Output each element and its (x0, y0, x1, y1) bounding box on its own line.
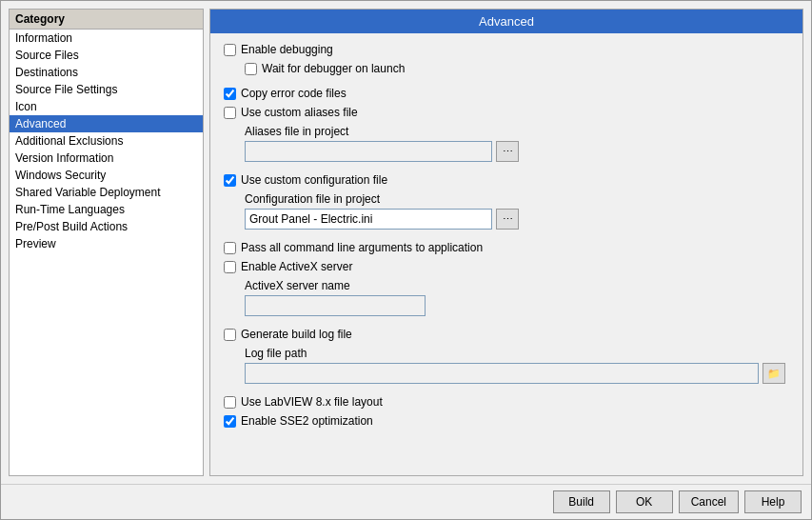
use-custom-aliases-row: Use custom aliases file (224, 106, 789, 119)
main-content-panel: Advanced Enable debugging Wait for debug… (209, 9, 803, 476)
enable-sse2-checkbox[interactable] (224, 415, 236, 428)
generate-build-log-text: Generate build log file (241, 328, 352, 341)
pass-cmd-args-checkbox[interactable] (224, 242, 236, 254)
use-custom-config-text: Use custom configuration file (241, 173, 387, 187)
sidebar-item-run-time-languages[interactable]: Run-Time Languages (10, 201, 203, 218)
aliases-file-label: Aliases file in project (245, 125, 789, 138)
sidebar-item-information[interactable]: Information (10, 30, 203, 47)
sidebar-item-advanced[interactable]: Advanced (10, 115, 203, 132)
enable-debugging-label[interactable]: Enable debugging (224, 43, 333, 56)
pass-cmd-args-text: Pass all command line arguments to appli… (241, 241, 483, 254)
copy-error-label[interactable]: Copy error code files (224, 87, 347, 100)
sidebar-item-icon[interactable]: Icon (10, 98, 203, 115)
use-custom-aliases-label[interactable]: Use custom aliases file (224, 106, 358, 119)
sidebar-item-version-information[interactable]: Version Information (10, 150, 203, 167)
use-custom-config-label[interactable]: Use custom configuration file (224, 173, 387, 187)
activex-server-input-row (245, 295, 789, 316)
folder-icon (767, 368, 781, 380)
use-custom-aliases-checkbox[interactable] (224, 107, 236, 119)
config-browse-dots-icon: ⋯ (503, 213, 513, 226)
enable-debugging-text: Enable debugging (241, 43, 333, 56)
pass-cmd-args-label[interactable]: Pass all command line arguments to appli… (224, 241, 483, 254)
enable-debugging-checkbox[interactable] (224, 44, 236, 56)
enable-activex-row: Enable ActiveX server (224, 260, 789, 273)
enable-activex-label[interactable]: Enable ActiveX server (224, 260, 352, 273)
enable-activex-checkbox[interactable] (224, 261, 236, 273)
wait-for-debugger-label[interactable]: Wait for debugger on launch (245, 62, 405, 75)
wait-for-debugger-text: Wait for debugger on launch (262, 62, 405, 75)
enable-sse2-row: Enable SSE2 optimization (224, 414, 789, 428)
cancel-button[interactable]: Cancel (679, 490, 739, 513)
wait-for-debugger-row: Wait for debugger on launch (245, 62, 789, 75)
ok-button[interactable]: OK (616, 490, 673, 513)
enable-debugging-row: Enable debugging (224, 43, 789, 56)
aliases-file-browse-button[interactable]: ⋯ (496, 141, 519, 162)
enable-sse2-text: Enable SSE2 optimization (241, 414, 373, 428)
use-labview-label[interactable]: Use LabVIEW 8.x file layout (224, 395, 383, 409)
sidebar-item-destinations[interactable]: Destinations (10, 64, 203, 81)
sidebar-item-windows-security[interactable]: Windows Security (10, 167, 203, 184)
activex-server-input[interactable] (245, 295, 426, 316)
content-body: Enable debugging Wait for debugger on la… (210, 33, 802, 475)
wait-for-debugger-checkbox[interactable] (245, 63, 257, 75)
log-file-path-label: Log file path (245, 347, 789, 360)
dialog-footer: Build OK Cancel Help (1, 484, 811, 519)
sidebar-item-pre-post-build[interactable]: Pre/Post Build Actions (10, 218, 203, 235)
sidebar: Category Information Source Files Destin… (9, 9, 204, 476)
help-button[interactable]: Help (744, 490, 802, 513)
use-labview-text: Use LabVIEW 8.x file layout (241, 395, 383, 409)
browse-dots-icon: ⋯ (503, 146, 513, 158)
config-file-input[interactable] (245, 209, 492, 230)
aliases-file-input[interactable] (245, 141, 492, 162)
aliases-file-input-row: ⋯ (245, 141, 789, 162)
log-file-path-input[interactable] (245, 363, 759, 384)
sidebar-item-preview[interactable]: Preview (10, 235, 203, 252)
log-file-input-row (245, 363, 785, 384)
build-button[interactable]: Build (553, 490, 610, 513)
use-custom-config-checkbox[interactable] (224, 174, 236, 187)
generate-build-log-row: Generate build log file (224, 328, 789, 341)
generate-build-log-checkbox[interactable] (224, 329, 236, 341)
config-file-browse-button[interactable]: ⋯ (496, 209, 519, 230)
enable-sse2-label[interactable]: Enable SSE2 optimization (224, 414, 373, 428)
sidebar-header: Category (10, 10, 203, 30)
use-labview-row: Use LabVIEW 8.x file layout (224, 395, 789, 409)
copy-error-row: Copy error code files (224, 87, 789, 100)
generate-build-log-label[interactable]: Generate build log file (224, 328, 352, 341)
use-labview-checkbox[interactable] (224, 396, 236, 409)
use-custom-config-row: Use custom configuration file (224, 173, 789, 187)
use-custom-aliases-text: Use custom aliases file (241, 106, 358, 119)
log-file-browse-button[interactable] (762, 363, 785, 384)
config-file-label: Configuration file in project (245, 192, 789, 206)
sidebar-item-shared-variable-deployment[interactable]: Shared Variable Deployment (10, 184, 203, 201)
copy-error-checkbox[interactable] (224, 88, 236, 100)
content-title: Advanced (210, 10, 802, 33)
config-file-input-row: ⋯ (245, 209, 789, 230)
main-dialog: Category Information Source Files Destin… (0, 0, 812, 520)
sidebar-item-source-file-settings[interactable]: Source File Settings (10, 81, 203, 98)
activex-server-label: ActiveX server name (245, 279, 789, 292)
sidebar-item-source-files[interactable]: Source Files (10, 47, 203, 64)
enable-activex-text: Enable ActiveX server (241, 260, 352, 273)
pass-cmd-args-row: Pass all command line arguments to appli… (224, 241, 789, 254)
dialog-body: Category Information Source Files Destin… (1, 1, 811, 484)
copy-error-text: Copy error code files (241, 87, 347, 100)
sidebar-item-additional-exclusions[interactable]: Additional Exclusions (10, 132, 203, 150)
